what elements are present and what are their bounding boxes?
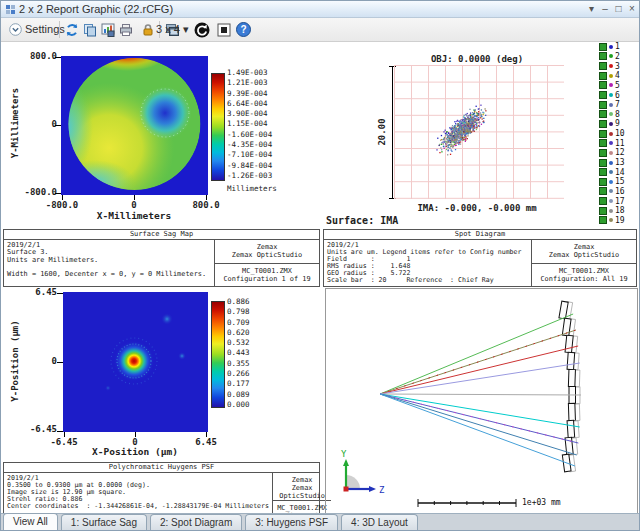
config-number: 5 [615, 81, 620, 90]
lock-button[interactable] [139, 21, 156, 38]
print-button[interactable] [117, 21, 134, 38]
config-number: 2 [615, 52, 620, 61]
brand-cell: ZemaxZemax OpticStudio [215, 240, 319, 263]
svg-text:Z: Z [379, 485, 385, 495]
config-checkbox[interactable] [599, 216, 607, 224]
config-number: 9 [615, 119, 620, 128]
config-number: 1 [615, 42, 620, 51]
spot-info-box: Spot Diagram 2019/2/1Units are um. Legen… [323, 229, 637, 287]
config-checkbox[interactable] [599, 62, 607, 70]
config-checkbox[interactable] [599, 72, 607, 80]
config-checkbox[interactable] [599, 168, 607, 176]
toolbar-separator [59, 21, 60, 38]
config-color-dot [609, 103, 613, 107]
legend-item: 2 [599, 52, 637, 62]
frame-button[interactable] [215, 21, 232, 38]
psf-y-axis-label: Y-Position (µm) [10, 300, 20, 422]
tab-1-surface-sag[interactable]: 1: Surface Sag [61, 514, 147, 530]
sag-info-box: Surface Sag Map 2019/2/1Surface 3.Units … [3, 229, 320, 287]
save-graphic-button[interactable] [99, 21, 116, 38]
legend-item: 13 [599, 158, 637, 168]
legend-item: 14 [599, 167, 637, 177]
copy-button[interactable] [81, 21, 98, 38]
refresh-button[interactable] [63, 21, 80, 38]
config-checkbox[interactable] [599, 101, 607, 109]
config-checkbox[interactable] [599, 139, 607, 147]
config-checkbox[interactable] [599, 149, 607, 157]
config-number: 16 [615, 187, 625, 196]
sag-colorbar-labels: 1.49E-0031.21E-0039.39E-0046.64E-0043.90… [227, 68, 272, 181]
file-cell: MC_T0001.ZMXConfiguration 1 of 19 [215, 263, 319, 287]
config-checkbox[interactable] [599, 120, 607, 128]
file-cell: MC_T0001.ZMXConfiguration: All 19 [532, 263, 636, 287]
layout3d-scale-label: 1e+03 mm [522, 498, 561, 507]
grid-size-dropdown[interactable]: 3 x 4 ▾ [156, 23, 188, 36]
config-color-dot [609, 74, 613, 78]
config-checkbox[interactable] [599, 159, 607, 167]
psf-ytick: 6.45 [21, 287, 57, 297]
config-color-dot [609, 54, 613, 58]
title-bar: 2 x 2 Report Graphic (22.rCFG) ▾–□× [1, 1, 639, 18]
spot-info-lines: 2019/2/1Units are um. Legend items refer… [324, 240, 531, 286]
sag-ytick: 0 [21, 119, 57, 129]
frame-icon [217, 23, 231, 37]
huygens-psf-map [63, 292, 208, 432]
close-button[interactable]: × [626, 2, 639, 15]
refresh-icon [65, 23, 79, 37]
psf-x-axis-label: X-Position (µm) [65, 446, 205, 457]
svg-text:Y: Y [341, 449, 347, 459]
brand-cell: ZemaxZemax OpticStudio [273, 473, 331, 500]
config-number: 15 [615, 177, 625, 186]
config-checkbox[interactable] [599, 187, 607, 195]
menu-button[interactable]: ▾ [585, 2, 598, 15]
psf-colorbar-labels: 0.8860.7980.7090.6200.5320.4430.3550.266… [227, 297, 250, 410]
psf-colorbar [211, 301, 225, 408]
config-number: 4 [615, 71, 620, 80]
sag-xtick: 0 [114, 200, 154, 210]
tab-3-huygens-psf[interactable]: 3: Huygens PSF [245, 514, 338, 530]
save-graphic-icon [101, 23, 115, 37]
config-color-dot [609, 218, 613, 222]
config-checkbox[interactable] [599, 91, 607, 99]
tab-4-3d-layout[interactable]: 4: 3D Layout [341, 514, 418, 530]
psf-info-box: Polychromatic Huygens PSF 2019/2/10.3500… [3, 462, 320, 514]
sag-xtick: -800.0 [42, 200, 82, 210]
config-checkbox[interactable] [599, 110, 607, 118]
config-checkbox[interactable] [599, 197, 607, 205]
help-button[interactable]: ? [235, 21, 252, 38]
config-color-dot [609, 209, 613, 213]
config-checkbox[interactable] [599, 81, 607, 89]
spot-surface-label: Surface: IMA [326, 215, 398, 226]
psf-ytick: 0 [21, 356, 57, 366]
config-checkbox[interactable] [599, 130, 607, 138]
app-window: 2 x 2 Report Graphic (22.rCFG) ▾–□× Sett… [0, 0, 640, 531]
legend-item: 12 [599, 148, 637, 158]
tab-view-all[interactable]: View All [3, 513, 58, 530]
sag-info-lines: 2019/2/1Surface 3.Units are Millimeters.… [4, 240, 214, 286]
config-checkbox[interactable] [599, 43, 607, 51]
config-number: 17 [615, 197, 625, 206]
animate-button[interactable] [193, 21, 210, 38]
psf-info-lines: 2019/2/10.3500 to 0.9300 µm at 0.0000 (d… [4, 473, 272, 513]
legend-item: 18 [599, 206, 637, 216]
tab-2-spot-diagram[interactable]: 2: Spot Diagram [150, 514, 242, 530]
legend-item: 3 [599, 61, 637, 71]
config-number: 6 [615, 91, 620, 100]
config-checkbox[interactable] [599, 207, 607, 215]
config-checkbox[interactable] [599, 178, 607, 186]
spot-ima-label: IMA: -0.000, -0.000 mm [387, 203, 567, 213]
config-color-dot [609, 45, 613, 49]
spot-scale-bar [392, 66, 393, 199]
lock-icon [141, 23, 155, 37]
config-number: 3 [615, 62, 620, 71]
spot-info-title: Spot Diagram [324, 230, 636, 240]
config-color-dot [609, 161, 613, 165]
config-number: 18 [615, 206, 625, 215]
minimize-button[interactable]: – [599, 2, 612, 15]
spot-diagram-plot [394, 65, 564, 199]
sag-colorbar [211, 73, 225, 181]
legend-item: 11 [599, 138, 637, 148]
settings-chevron-icon [9, 23, 22, 36]
config-checkbox[interactable] [599, 52, 607, 60]
maximize-button[interactable]: □ [612, 2, 625, 15]
